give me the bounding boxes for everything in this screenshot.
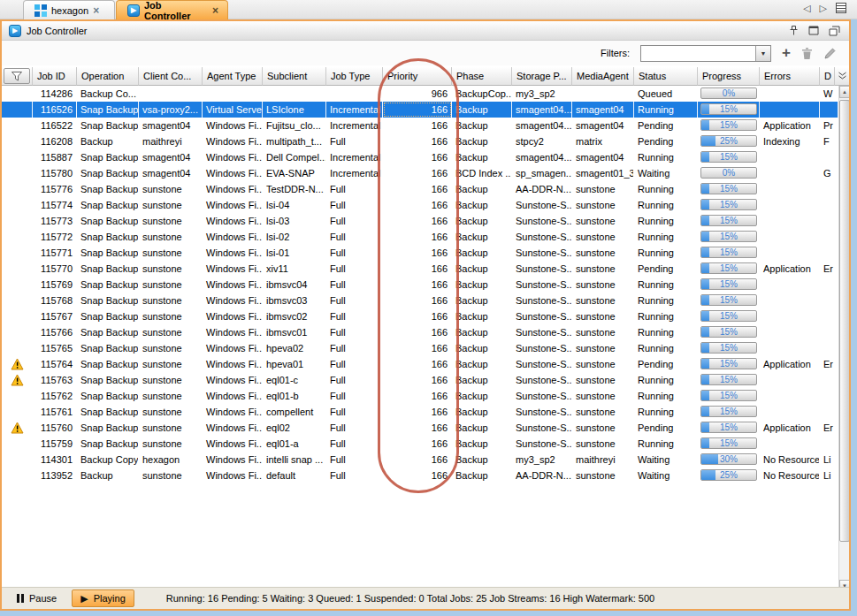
- cell-operation: Snap Backup: [77, 165, 139, 181]
- scroll-up-icon[interactable]: ▲: [839, 86, 849, 98]
- table-row-job-115767[interactable]: 115767Snap BackupsunstoneWindows Fi...ib…: [2, 308, 838, 324]
- cell-agent-type: [203, 86, 263, 102]
- cell-client: sunstone: [139, 372, 203, 388]
- cell-job-id: 115772: [33, 229, 77, 245]
- cell-storage-policy: AA-DDR-N...: [512, 468, 572, 483]
- table-row-job-115776[interactable]: 115776Snap BackupsunstoneWindows Fi...Te…: [2, 181, 838, 197]
- cell-job-id: 115766: [33, 324, 77, 340]
- table-row-job-115760[interactable]: 115760Snap BackupsunstoneWindows Fi...eq…: [2, 420, 838, 436]
- header-client-co[interactable]: Client Co...: [139, 67, 203, 86]
- header-subclient[interactable]: Subclient: [263, 67, 326, 86]
- playing-button[interactable]: ▶ Playing: [72, 589, 134, 607]
- cell-client: smagent04: [139, 118, 203, 133]
- table-row-job-115762[interactable]: 115762Snap BackupsunstoneWindows Fi...eq…: [2, 388, 838, 404]
- pause-icon: [17, 594, 24, 603]
- filters-label: Filters:: [601, 48, 630, 58]
- header-agent-type[interactable]: Agent Type: [203, 67, 263, 86]
- column-chooser-button[interactable]: [834, 67, 849, 86]
- row-icon-cell: [2, 436, 33, 452]
- header-status[interactable]: Status: [634, 67, 698, 86]
- cell-phase: Backup: [452, 452, 512, 468]
- cell-priority: 166: [383, 181, 452, 197]
- cell-operation: Snap Backup: [77, 388, 139, 404]
- cell-job-id: 115768: [33, 293, 77, 308]
- table-row-job-115763[interactable]: 115763Snap BackupsunstoneWindows Fi...eq…: [2, 372, 838, 388]
- filters-input[interactable]: [641, 46, 755, 61]
- cell-phase: Backup: [452, 340, 512, 356]
- close-icon[interactable]: ×: [93, 6, 99, 15]
- row-icon-cell: [2, 404, 33, 420]
- row-icon-cell: [2, 165, 33, 181]
- tab-list-icon[interactable]: [836, 3, 846, 13]
- cell-priority: 166: [383, 388, 452, 404]
- pause-button[interactable]: Pause: [9, 589, 65, 607]
- table-row-job-115761[interactable]: 115761Snap BackupsunstoneWindows Fi...co…: [2, 404, 838, 420]
- table-row-job-115768[interactable]: 115768Snap BackupsunstoneWindows Fi...ib…: [2, 293, 838, 308]
- table-row-job-115780[interactable]: 115780Snap Backupsmagent04Windows Fi...E…: [2, 165, 838, 181]
- nav-forward-icon[interactable]: ▷: [820, 3, 827, 14]
- table-row-job-115766[interactable]: 115766Snap BackupsunstoneWindows Fi...ib…: [2, 324, 838, 340]
- cell-delay: [820, 149, 838, 165]
- cell-storage-policy: Sunstone-S...: [512, 277, 572, 293]
- table-row-job-115774[interactable]: 115774Snap BackupsunstoneWindows Fi...ls…: [2, 197, 838, 213]
- nav-back-icon[interactable]: ◁: [803, 3, 810, 14]
- pin-icon[interactable]: [789, 25, 799, 36]
- combo-dropdown-icon[interactable]: ▼: [755, 46, 770, 61]
- header-storage-p[interactable]: Storage P...: [512, 67, 572, 86]
- table-row-job-115770[interactable]: 115770Snap BackupsunstoneWindows Fi...xi…: [2, 261, 838, 277]
- filter-funnel-button[interactable]: [2, 67, 33, 86]
- cell-delay: [820, 308, 838, 324]
- delete-filter-icon[interactable]: [801, 47, 813, 60]
- cell-progress: 15%: [698, 229, 760, 245]
- edit-filter-icon[interactable]: [823, 47, 837, 60]
- table-row-job-115772[interactable]: 115772Snap BackupsunstoneWindows Fi...ls…: [2, 229, 838, 245]
- vertical-scroll-thumb[interactable]: [839, 100, 849, 542]
- header-mediaagent[interactable]: MediaAgent: [572, 67, 634, 86]
- cell-media-agent: sunstone: [572, 261, 634, 277]
- header-job-id[interactable]: Job ID: [33, 67, 77, 86]
- cell-priority: 166: [383, 245, 452, 261]
- table-row-job-113952[interactable]: 113952BackupsunstoneWindows Fi...default…: [2, 468, 838, 483]
- cell-media-agent: sunstone: [572, 293, 634, 308]
- table-row-job-115759[interactable]: 115759Snap BackupsunstoneWindows Fi...eq…: [2, 436, 838, 452]
- cell-storage-policy: Sunstone-S...: [512, 404, 572, 420]
- cell-subclient: eql01-a: [263, 436, 326, 452]
- cell-subclient: ibmsvc03: [263, 293, 326, 308]
- close-icon[interactable]: ×: [212, 6, 218, 15]
- tab-job-controller[interactable]: ▶ Job Controller ×: [116, 0, 228, 19]
- table-row-job-114286[interactable]: 114286Backup Co...966BackupCop...my3_sp2…: [2, 86, 838, 102]
- table-row-job-115769[interactable]: 115769Snap BackupsunstoneWindows Fi...ib…: [2, 277, 838, 293]
- table-row-job-116522[interactable]: 116522Snap Backupsmagent04Windows Fi...F…: [2, 118, 838, 133]
- cell-job-type: Full: [326, 356, 383, 372]
- table-row-job-115771[interactable]: 115771Snap BackupsunstoneWindows Fi...ls…: [2, 245, 838, 261]
- table-row-job-116208[interactable]: 116208BackupmaithreyiWindows Fi...multip…: [2, 133, 838, 149]
- header-operation[interactable]: Operation: [77, 67, 139, 86]
- float-icon[interactable]: [829, 26, 840, 36]
- table-row-job-114301[interactable]: 114301Backup CopyhexagonWindows Fi...int…: [2, 452, 838, 468]
- header-job-type[interactable]: Job Type: [326, 67, 383, 86]
- table-row-job-115765[interactable]: 115765Snap BackupsunstoneWindows Fi...hp…: [2, 340, 838, 356]
- cell-progress: 15%: [698, 293, 760, 308]
- header-errors[interactable]: Errors: [760, 67, 820, 86]
- progress-bar: 15%: [700, 422, 757, 433]
- cell-operation: Snap Backup: [77, 118, 139, 133]
- table-row-job-115887[interactable]: 115887Snap Backupsmagent04Windows Fi...D…: [2, 149, 838, 165]
- cell-status: Running: [634, 308, 698, 324]
- add-filter-icon[interactable]: +: [782, 47, 791, 59]
- filters-combobox[interactable]: ▼: [640, 45, 771, 62]
- cell-subclient: Fujitsu_clo...: [263, 118, 326, 133]
- table-row-job-115764[interactable]: 115764Snap BackupsunstoneWindows Fi...hp…: [2, 356, 838, 372]
- maximize-icon[interactable]: [808, 26, 819, 35]
- cell-priority: 966: [383, 86, 452, 102]
- header-progress[interactable]: Progress: [698, 67, 760, 86]
- cell-progress: 15%: [698, 197, 760, 213]
- table-row-job-116526[interactable]: 116526Snap Backupvsa-proxy2...Virtual Se…: [2, 102, 838, 118]
- cell-errors: [760, 86, 820, 102]
- vertical-scrollbar[interactable]: ▲ ▼: [838, 86, 849, 592]
- cell-subclient: hpeva02: [263, 340, 326, 356]
- tab-hexagon[interactable]: hexagon ×: [23, 0, 115, 19]
- cell-job-type: Incremental: [326, 102, 383, 118]
- header-priority[interactable]: Priority: [383, 67, 452, 86]
- header-phase[interactable]: Phase: [452, 67, 512, 86]
- table-row-job-115773[interactable]: 115773Snap BackupsunstoneWindows Fi...ls…: [2, 213, 838, 229]
